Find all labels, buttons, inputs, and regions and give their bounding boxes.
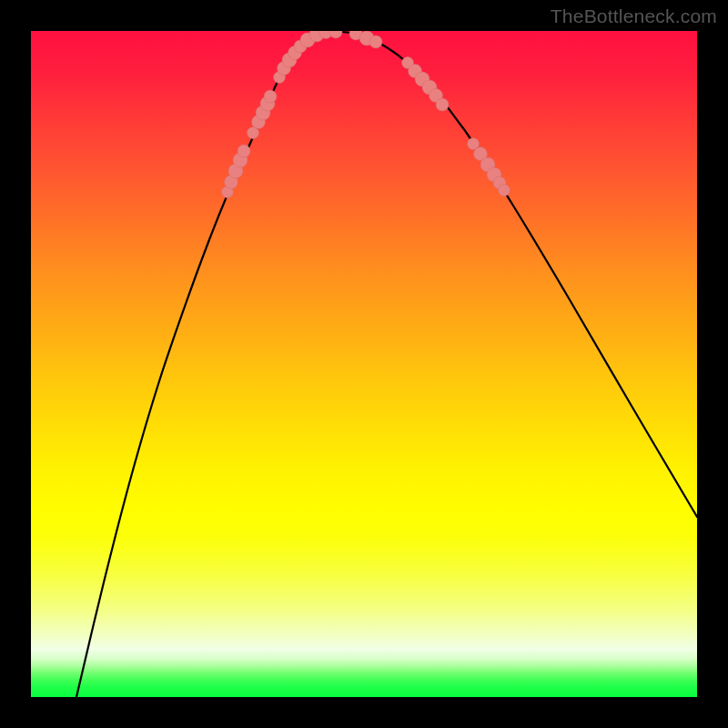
data-markers xyxy=(222,31,511,198)
data-marker xyxy=(369,35,382,48)
data-marker xyxy=(238,145,250,157)
curve-path xyxy=(76,32,697,697)
watermark-label: TheBottleneck.com xyxy=(551,5,717,27)
data-marker xyxy=(436,98,449,111)
chart-svg xyxy=(31,31,697,697)
data-marker xyxy=(264,90,277,103)
bottleneck-curve xyxy=(76,32,697,697)
data-marker xyxy=(499,185,511,197)
plot-area xyxy=(31,31,697,697)
data-marker xyxy=(329,31,342,38)
